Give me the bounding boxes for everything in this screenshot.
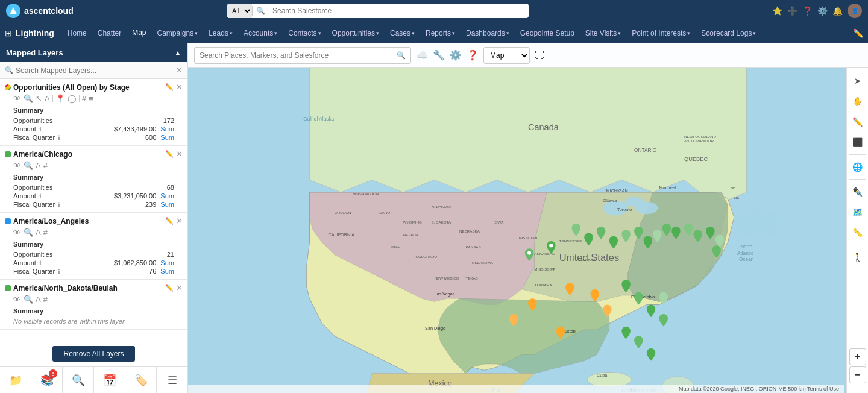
hand-icon[interactable]: ✋: [849, 93, 866, 110]
cursor-icon[interactable]: ↖: [36, 94, 42, 103]
hash-icon[interactable]: #: [82, 94, 86, 103]
sum-link[interactable]: Sum: [159, 134, 174, 141]
layer-close-icon[interactable]: ✕: [176, 149, 183, 159]
nav-item-leads[interactable]: Leads ▾: [204, 22, 237, 44]
remove-all-button[interactable]: Remove All Layers: [52, 346, 134, 362]
wrench-icon[interactable]: 🔧: [433, 49, 445, 61]
summary-value: $7,433,499.00 Sum: [114, 125, 174, 133]
expand-icon[interactable]: ⛶: [535, 50, 544, 61]
map-type-dropdown[interactable]: Map Satellite Terrain: [484, 47, 529, 64]
nav-item-poi[interactable]: Point of Interests ▾: [627, 22, 695, 44]
grid-icon[interactable]: ⊞: [5, 28, 12, 38]
map-right-bar: ➤ ✋ ✏️ ⬛ 🌐 ✒️ 🗺️ 📏 🚶 + −: [846, 68, 868, 393]
measure-icon[interactable]: 📏: [849, 224, 866, 241]
list-icon[interactable]: ≡: [89, 94, 93, 103]
svg-text:MICHIGAN: MICHIGAN: [606, 188, 627, 193]
nav-item-campaigns[interactable]: Campaigns ▾: [152, 22, 203, 44]
nav-item-geopointe[interactable]: Geopointe Setup: [515, 22, 579, 44]
font-icon[interactable]: A: [36, 161, 41, 170]
circle-icon[interactable]: ◯: [68, 94, 77, 103]
sum-link[interactable]: Sum: [159, 201, 174, 208]
layer-edit-icon[interactable]: ✏️: [165, 284, 174, 292]
clear-search-icon[interactable]: ✕: [176, 66, 183, 75]
star-icon[interactable]: ⭐: [772, 6, 782, 16]
avatar[interactable]: 👤: [848, 4, 862, 18]
square-icon[interactable]: ⬛: [849, 134, 866, 151]
layer-edit-icon[interactable]: ✏️: [165, 83, 174, 91]
nav-item-scorecard[interactable]: Scorecard Logs ▾: [696, 22, 761, 44]
gear-icon[interactable]: ⚙️: [450, 49, 462, 61]
nav-item-dashboards[interactable]: Dashboards ▾: [461, 22, 514, 44]
panel-collapse-icon[interactable]: ▲: [174, 49, 181, 57]
font-icon[interactable]: A: [36, 228, 41, 237]
chevron-down-icon: ▾: [230, 30, 233, 36]
hash-icon[interactable]: #: [43, 295, 48, 304]
hash-icon[interactable]: #: [43, 161, 48, 170]
nav-item-chatter[interactable]: Chatter: [93, 22, 126, 44]
eye-icon[interactable]: 👁: [13, 161, 21, 170]
globe-icon[interactable]: 🗺️: [849, 204, 866, 221]
cloud-icon[interactable]: ☁️: [416, 49, 428, 61]
zoom-in-button[interactable]: +: [849, 348, 866, 365]
layer-close-icon[interactable]: ✕: [176, 216, 183, 225]
bottom-tool-folder[interactable]: 📁: [0, 367, 31, 393]
eye-icon[interactable]: 👁: [13, 228, 21, 237]
bottom-tool-list[interactable]: ☰: [157, 367, 187, 393]
nav-item-map[interactable]: Map: [127, 22, 151, 44]
bottom-tool-calendar[interactable]: 📅: [94, 367, 125, 393]
bottom-tool-layers[interactable]: 📚 5: [31, 367, 63, 393]
summary-value: $1,062,850.00 Sum: [114, 259, 174, 266]
draw-icon[interactable]: ✒️: [849, 183, 866, 200]
eye-icon[interactable]: 👁: [13, 94, 21, 103]
sum-link[interactable]: Sum: [159, 268, 174, 275]
summary-row: Fiscal Quarter ℹ 239 Sum: [5, 200, 183, 209]
zoom-icon[interactable]: 🔍: [24, 161, 33, 170]
eraser-icon[interactable]: ✏️: [849, 113, 866, 130]
nav-item-opportunities[interactable]: Opportunities ▾: [327, 22, 384, 44]
bottom-tool-route[interactable]: 🏷️: [125, 367, 157, 393]
settings-icon[interactable]: ⚙️: [817, 6, 828, 16]
layer-close-icon[interactable]: ✕: [176, 83, 183, 92]
zoom-icon[interactable]: 🔍: [24, 295, 33, 304]
chevron-down-icon: ▾: [753, 30, 756, 36]
person-icon[interactable]: 🚶: [849, 249, 866, 266]
help-icon[interactable]: ❓: [802, 6, 813, 16]
sum-link[interactable]: Sum: [159, 125, 174, 133]
nav-item-home[interactable]: Home: [63, 22, 92, 44]
nav-item-contacts[interactable]: Contacts ▾: [283, 22, 326, 44]
nav-item-reports[interactable]: Reports ▾: [421, 22, 460, 44]
pin-icon[interactable]: 📍: [55, 94, 65, 103]
search-input[interactable]: [269, 7, 529, 15]
eye-icon[interactable]: 👁: [13, 295, 21, 304]
nav-item-accounts[interactable]: Accounts ▾: [239, 22, 282, 44]
nav-item-cases[interactable]: Cases ▾: [385, 22, 420, 44]
font-icon[interactable]: A: [45, 94, 50, 103]
map-search-input[interactable]: [200, 51, 397, 60]
sum-link[interactable]: Sum: [159, 192, 174, 200]
search-filter-select[interactable]: All: [227, 4, 252, 18]
navigate-icon[interactable]: ➤: [849, 72, 866, 89]
svg-text:NEW MEXICO: NEW MEXICO: [435, 276, 459, 280]
svg-text:QUEBEC: QUEBEC: [684, 156, 708, 162]
layer-close-icon[interactable]: ✕: [176, 283, 183, 292]
sum-link[interactable]: Sum: [159, 259, 174, 266]
summary-key: Opportunities: [13, 251, 52, 258]
layer-edit-icon[interactable]: ✏️: [165, 217, 174, 225]
layer-edit-icon[interactable]: ✏️: [165, 150, 174, 158]
font-icon[interactable]: A: [36, 295, 41, 304]
nav-item-sitevisits[interactable]: Site Visits ▾: [580, 22, 626, 44]
add-icon[interactable]: ➕: [787, 6, 797, 16]
bottom-tool-search[interactable]: 🔍: [63, 367, 94, 393]
svg-text:IDAHO: IDAHO: [378, 210, 390, 215]
zoom-out-button[interactable]: −: [849, 366, 866, 383]
help-circle-icon[interactable]: ❓: [467, 49, 479, 61]
zoom-icon[interactable]: 🔍: [24, 228, 33, 237]
hash-icon[interactable]: #: [43, 228, 48, 237]
sphere-icon[interactable]: 🌐: [849, 159, 866, 175]
zoom-icon[interactable]: 🔍: [24, 94, 33, 103]
zoom-controls: + −: [849, 348, 866, 388]
layer-search-input[interactable]: [16, 66, 174, 75]
svg-point-1: [734, 208, 784, 239]
edit-icon[interactable]: ✏️: [853, 28, 863, 38]
notifications-icon[interactable]: 🔔: [832, 6, 843, 16]
